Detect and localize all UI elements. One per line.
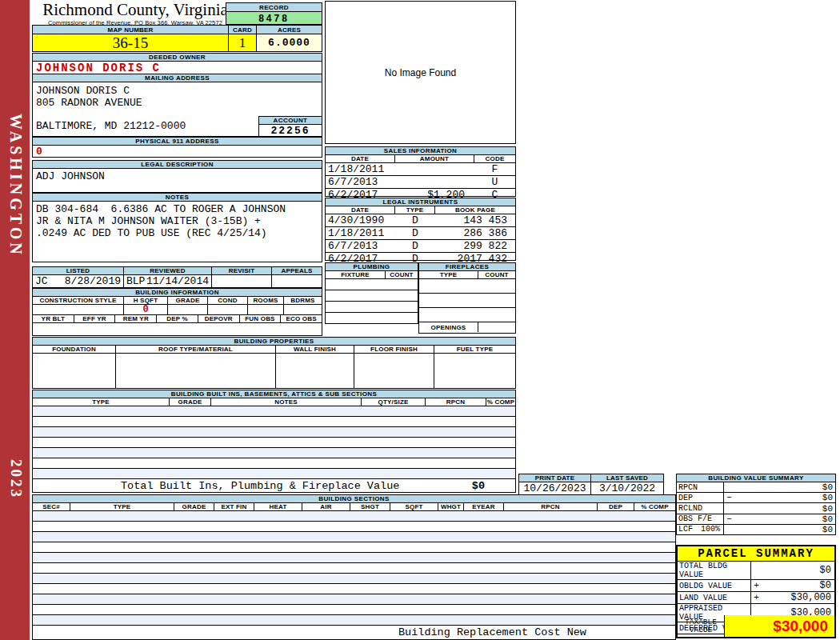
print-date-value: 10/26/2023	[519, 482, 591, 494]
print-info-table: PRINT DATE LAST SAVED 10/26/2023 3/10/20…	[518, 474, 664, 495]
appeals-label: APPEALS	[272, 267, 322, 274]
instrument-bookpage: 143 453	[435, 214, 515, 226]
instrument-row: 6/7/2013 D 299 822	[326, 240, 515, 253]
building-properties-title: BUILDING PROPERTIES	[33, 338, 515, 346]
deeded-owner-box: DEEDED OWNER JOHNSON DORIS C	[32, 53, 322, 74]
physical-address-value: 0	[33, 146, 322, 157]
record-box: RECORD 8478	[226, 2, 322, 25]
parcel-summary-table: PARCEL SUMMARY TOTAL BLDG VALUE $0 OBLDG…	[676, 545, 836, 638]
rooms-value	[248, 305, 284, 314]
sales-row: 1/18/2011 F	[326, 163, 515, 176]
parcel-label: OBLDG VALUE	[678, 580, 751, 591]
fireplace-type-header: TYPE	[419, 271, 478, 278]
listed-by: JC	[35, 275, 48, 287]
bvs-value: $0	[734, 504, 835, 514]
bvs-label-lcf: LCF 100%	[677, 525, 724, 534]
built-ins-total-label: Total Built Ins, Plumbing & Fireplace Va…	[121, 480, 399, 492]
wall-finish-header: WALL FINISH	[276, 346, 354, 353]
map-number-value: 36-15	[33, 34, 229, 51]
fireplace-count-header: COUNT	[478, 271, 515, 278]
fireplaces-title: FIREPLACES	[419, 263, 515, 271]
card-label: CARD	[229, 26, 257, 34]
bvs-value: $0	[734, 482, 835, 492]
notes-line-3: .0249 AC DED TO PUB USE (REC 4/25/14)	[36, 227, 318, 239]
builtins-type-header: TYPE	[33, 398, 170, 406]
instrument-date: 6/7/2013	[326, 240, 395, 252]
building-information-title: BUILDING INFORMATION	[33, 289, 322, 297]
legal-description-label: LEGAL DESCRIPTION	[33, 161, 322, 169]
bvs-row: OBS F/E − $0	[677, 514, 835, 525]
legal-instruments-table: LEGAL INSTRUMENTS DATE TYPE BOOK PAGE 4/…	[325, 198, 516, 261]
sidebar-district-label: WASHINGTON	[6, 114, 25, 258]
bvs-label: DEP	[677, 493, 724, 502]
floor-finish-value	[354, 354, 434, 388]
mailing-line-3: BALTIMORE, MD 21212-0000	[36, 120, 186, 132]
notes-line-1: DB 304-684 6.6386 AC TO ROGER A JOHNSON	[36, 203, 318, 215]
mailing-line-1: JOHNSON DORIS C	[36, 85, 130, 97]
parcel-summary-title: PARCEL SUMMARY	[678, 546, 834, 562]
parcel-label: TOTAL BLDG VALUE	[678, 562, 751, 579]
revisit-cell	[212, 275, 272, 287]
listing-table: LISTED REVIEWED REVISIT APPEALS JC 8/28/…	[32, 266, 322, 288]
openings-value	[478, 322, 515, 332]
legal-description-box: LEGAL DESCRIPTION ADJ JOHNSON	[32, 160, 322, 193]
instrument-date-header: DATE	[326, 206, 395, 214]
empty-row	[33, 532, 675, 542]
builtins-grade-header: GRADE	[170, 398, 211, 406]
sale-code: F	[474, 163, 515, 175]
foundation-header: FOUNDATION	[33, 346, 116, 353]
building-value-summary-table: BUILDING VALUE SUMMARY RPCN $0 DEP − $0 …	[676, 474, 836, 535]
deeded-owner-value: JOHNSON DORIS C	[33, 62, 322, 74]
bvs-row: LCF 100% $0	[677, 525, 835, 534]
parcel-row: LAND VALUE + $30,000	[678, 592, 834, 604]
record-label: RECORD	[226, 3, 322, 12]
builtins-rpcn-header: RPCN	[426, 398, 486, 406]
parcel-row: TOTAL BLDG VALUE $0	[678, 562, 834, 580]
bvs-label: LCF	[678, 525, 693, 534]
listed-label: LISTED	[33, 267, 124, 274]
legal-description-value: ADJ JOHNSON	[33, 169, 322, 192]
empty-row	[419, 279, 515, 294]
yrblt-header: YR BLT	[33, 315, 74, 322]
instrument-type: D	[395, 227, 435, 239]
parcel-op: +	[751, 581, 762, 590]
roof-header: ROOF TYPE/MATERIAL	[116, 346, 276, 353]
building-value-summary-title: BUILDING VALUE SUMMARY	[677, 474, 835, 482]
empty-row	[419, 294, 515, 308]
funobs-header: FUN OBS	[240, 315, 282, 322]
instrument-bookpage: 286 386	[435, 227, 515, 239]
no-image-message: No Image Found	[385, 67, 456, 78]
taxable-label-line2: VALUE	[690, 626, 713, 634]
grade-header: GRADE	[168, 297, 208, 304]
bdrms-value	[284, 305, 322, 314]
sec-sqft-header: SQFT	[390, 503, 438, 510]
bvs-lcf-pct: 100%	[701, 525, 720, 534]
deeded-owner-label: DEEDED OWNER	[33, 54, 322, 62]
empty-row	[33, 615, 675, 626]
sec-heat-header: HEAT	[254, 503, 302, 510]
instrument-bookpage-header: BOOK PAGE	[435, 206, 515, 214]
parcel-value: $0	[762, 565, 834, 576]
reviewed-label: REVIEWED	[124, 267, 212, 274]
sec-comp-header: % COMP	[634, 503, 675, 510]
mailing-line-2: 805 RADNOR AVENUE	[36, 97, 142, 109]
wall-finish-value	[276, 354, 354, 388]
foundation-value	[33, 354, 116, 388]
bvs-value: $0	[734, 514, 835, 524]
sec-rpcn-header: RPCN	[504, 503, 598, 510]
bvs-label: OBS F/E	[677, 514, 724, 524]
remyr-header: REM YR	[115, 315, 157, 322]
account-label: ACCOUNT	[259, 117, 322, 125]
sales-information-table: SALES INFORMATION DATE AMOUNT CODE 1/18/…	[325, 146, 516, 197]
sidebar-year-label: 2023	[7, 459, 25, 499]
sales-information-title: SALES INFORMATION	[326, 147, 515, 155]
sec-extfin-header: EXT FIN	[214, 503, 254, 510]
hsqft-header: H SQFT	[124, 297, 168, 304]
roof-value	[116, 354, 276, 388]
building-sections-table: BUILDING SECTIONS SEC# TYPE GRADE EXT FI…	[32, 494, 676, 640]
empty-row	[33, 563, 675, 574]
empty-row	[33, 553, 675, 563]
fireplaces-table: FIREPLACES TYPE COUNT OPENINGS	[418, 262, 516, 334]
sec-eyear-header: EYEAR	[464, 503, 504, 510]
notes-label: NOTES	[33, 194, 322, 202]
